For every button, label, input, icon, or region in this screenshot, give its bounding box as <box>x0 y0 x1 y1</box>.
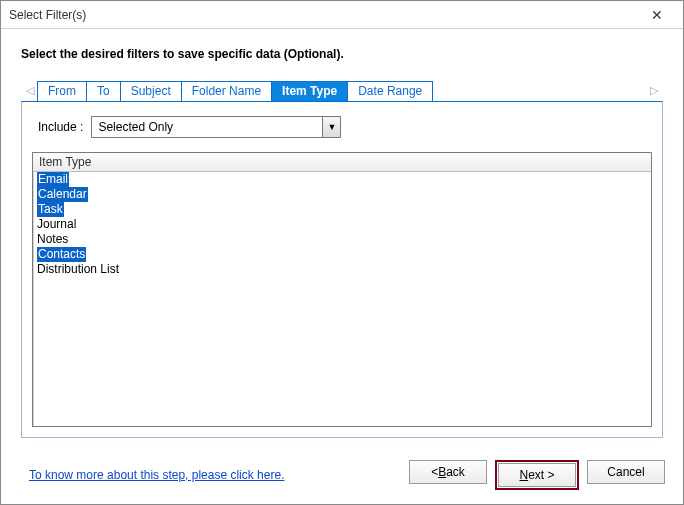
back-button[interactable]: < Back <box>409 460 487 484</box>
tab-scroll-right-icon[interactable]: ▷ <box>647 84 661 97</box>
next-button[interactable]: Next > <box>498 463 576 487</box>
list-item[interactable]: Journal <box>33 217 651 232</box>
tab-panel-item-type: Include : Selected Only ▼ Item Type Emai… <box>21 101 663 438</box>
next-button-highlight: Next > <box>495 460 579 490</box>
filter-tabs: FromToSubjectFolder NameItem TypeDate Ra… <box>37 79 432 101</box>
tab-scroll-row: ◁ FromToSubjectFolder NameItem TypeDate … <box>21 79 663 101</box>
include-value: Selected Only <box>92 117 322 137</box>
tab-to[interactable]: To <box>86 81 121 101</box>
dialog-footer: To know more about this step, please cli… <box>1 446 683 504</box>
help-link[interactable]: To know more about this step, please cli… <box>29 468 284 482</box>
tab-date-range[interactable]: Date Range <box>347 81 433 101</box>
wizard-buttons: < Back Next > Cancel <box>409 460 665 490</box>
instruction-text: Select the desired filters to save speci… <box>21 47 663 61</box>
tab-item-type[interactable]: Item Type <box>271 81 348 101</box>
list-item[interactable]: Calendar <box>33 187 651 202</box>
tab-scroll-left-icon[interactable]: ◁ <box>23 84 37 97</box>
window-title: Select Filter(s) <box>9 8 86 22</box>
tab-from[interactable]: From <box>37 81 87 101</box>
list-item[interactable]: Task <box>33 202 651 217</box>
cancel-button[interactable]: Cancel <box>587 460 665 484</box>
tab-folder-name[interactable]: Folder Name <box>181 81 272 101</box>
list-item[interactable]: Notes <box>33 232 651 247</box>
select-filters-dialog: Select Filter(s) ✕ Select the desired fi… <box>0 0 684 505</box>
item-type-column-header[interactable]: Item Type <box>33 153 651 172</box>
titlebar: Select Filter(s) ✕ <box>1 1 683 29</box>
item-type-list-body: EmailCalendarTaskJournalNotesContactsDis… <box>33 172 651 426</box>
tab-subject[interactable]: Subject <box>120 81 182 101</box>
include-row: Include : Selected Only ▼ <box>38 116 652 138</box>
include-label: Include : <box>38 120 83 134</box>
item-type-listbox[interactable]: Item Type EmailCalendarTaskJournalNotesC… <box>32 152 652 427</box>
dialog-content: Select the desired filters to save speci… <box>1 29 683 446</box>
chevron-down-icon[interactable]: ▼ <box>322 117 340 137</box>
include-combobox[interactable]: Selected Only ▼ <box>91 116 341 138</box>
close-icon[interactable]: ✕ <box>637 7 677 23</box>
list-item[interactable]: Email <box>33 172 651 187</box>
list-item[interactable]: Distribution List <box>33 262 651 277</box>
list-item[interactable]: Contacts <box>33 247 651 262</box>
